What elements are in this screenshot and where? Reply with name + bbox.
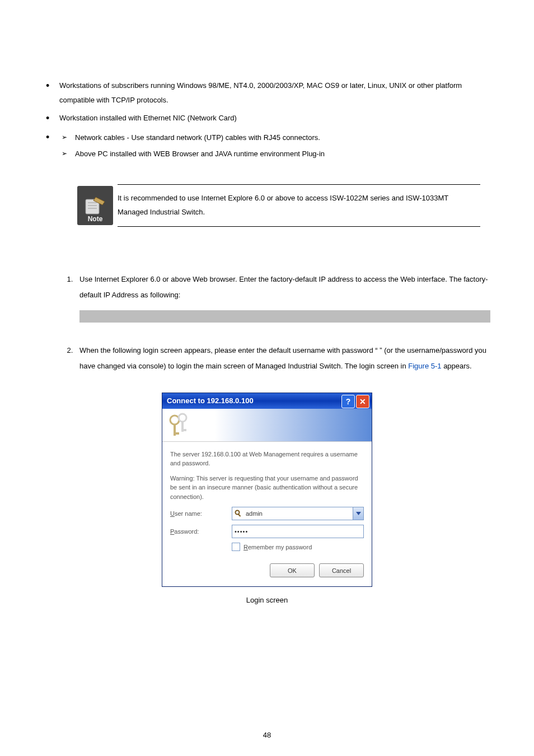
- dialog-message-2: Warning: This server is requesting that …: [170, 474, 364, 502]
- step-1: Use Internet Explorer 6.0 or above Web b…: [75, 272, 490, 323]
- svg-point-7: [179, 414, 186, 422]
- chevron-down-icon[interactable]: [353, 507, 363, 520]
- help-button[interactable]: ?: [341, 395, 355, 408]
- sub-bullet: Network cables - Use standard network (U…: [59, 130, 490, 146]
- key-icon: [235, 510, 242, 517]
- remember-label: Remember my password: [243, 544, 312, 550]
- close-button[interactable]: ✕: [356, 395, 369, 408]
- dialog-title: Connect to 192.168.0.100: [167, 396, 254, 405]
- remember-checkbox[interactable]: [232, 543, 240, 551]
- svg-rect-9: [181, 429, 186, 431]
- note-icon: Note: [77, 186, 113, 225]
- svg-rect-6: [174, 432, 179, 435]
- note-label: Note: [88, 215, 103, 223]
- keys-icon: [168, 412, 191, 438]
- dialog-titlebar: Connect to 192.168.0.100 ? ✕: [162, 393, 372, 409]
- dialog-message-1: The server 192.168.0.100 at Web Manageme…: [170, 450, 364, 468]
- sub-bullet: Above PC installed with WEB Browser and …: [59, 146, 490, 162]
- figure-link: Figure 5-1: [408, 362, 441, 370]
- ok-button[interactable]: OK: [270, 563, 315, 577]
- cancel-button[interactable]: Cancel: [319, 563, 364, 577]
- note-text: It is recommended to use Internet Explor…: [118, 184, 480, 226]
- username-input[interactable]: admin: [232, 507, 364, 520]
- page-number: 48: [0, 731, 534, 739]
- bullet: Workstation installed with Ethernet NIC …: [44, 111, 490, 125]
- ip-bar: [79, 310, 490, 323]
- bullet: Workstations of subscribers running Wind…: [44, 78, 490, 108]
- password-label: Password:: [170, 528, 232, 535]
- dialog-banner: [162, 409, 372, 442]
- figure-caption: Login screen: [44, 596, 490, 604]
- login-dialog: Connect to 192.168.0.100 ? ✕ The server …: [162, 393, 372, 587]
- bullet: Network cables - Use standard network (U…: [44, 130, 490, 162]
- password-input[interactable]: •••••: [232, 525, 364, 538]
- svg-point-4: [170, 416, 179, 424]
- step-2: When the following login screen appears,…: [75, 343, 490, 375]
- username-label: User name:: [170, 510, 232, 517]
